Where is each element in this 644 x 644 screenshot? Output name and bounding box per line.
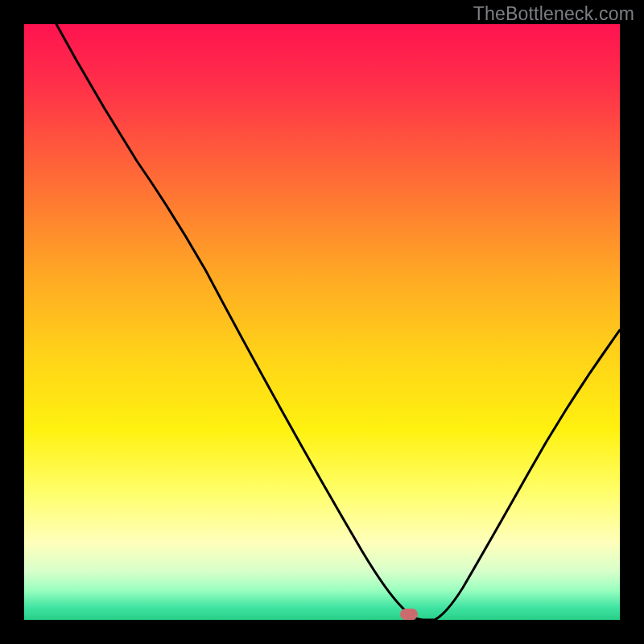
optimum-marker — [400, 609, 418, 620]
plot-area — [24, 24, 620, 620]
curve-path — [56, 24, 620, 620]
bottleneck-curve — [24, 24, 620, 620]
chart-frame: TheBottleneck.com — [0, 0, 644, 644]
watermark-text: TheBottleneck.com — [473, 3, 634, 25]
